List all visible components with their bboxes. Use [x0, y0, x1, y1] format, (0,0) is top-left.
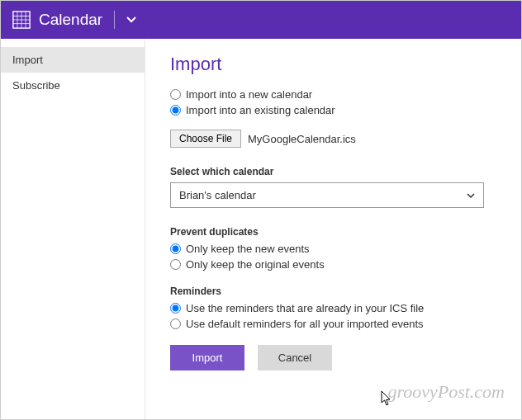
radio-label: Use the reminders that are already in yo… — [186, 302, 424, 314]
radio-reminders-ics[interactable]: Use the reminders that are already in yo… — [170, 302, 496, 314]
chevron-down-icon[interactable] — [126, 14, 136, 26]
radio-label: Only keep the original events — [186, 258, 325, 271]
cancel-button[interactable]: Cancel — [258, 345, 332, 370]
radio-import-existing[interactable]: Import into an existing calendar — [170, 104, 496, 116]
select-value: Brian's calendar — [179, 189, 256, 201]
sidebar-item-import[interactable]: Import — [1, 47, 145, 73]
radio-input[interactable] — [170, 89, 181, 100]
file-chooser-row: Choose File MyGoogleCalendar.ics — [170, 130, 496, 148]
radio-keep-new[interactable]: Only keep the new events — [170, 243, 496, 255]
sidebar: Import Subscribe — [1, 39, 145, 419]
radio-import-new[interactable]: Import into a new calendar — [170, 88, 496, 101]
radio-label: Use default reminders for all your impor… — [186, 318, 424, 330]
sidebar-item-label: Import — [12, 54, 43, 66]
radio-label: Only keep the new events — [186, 243, 310, 255]
cursor-icon — [381, 390, 392, 409]
app-title: Calendar — [39, 11, 102, 29]
radio-input[interactable] — [170, 259, 181, 270]
selected-file-name: MyGoogleCalendar.ics — [248, 133, 356, 145]
radio-label: Import into an existing calendar — [186, 104, 335, 116]
choose-file-button[interactable]: Choose File — [170, 130, 241, 148]
watermark-text: groovyPost.com — [387, 381, 505, 403]
app-header: Calendar — [1, 1, 521, 39]
sidebar-item-label: Subscribe — [12, 79, 60, 92]
import-mode-group: Import into a new calendar Import into a… — [170, 88, 496, 116]
reminders-section: Reminders Use the reminders that are alr… — [170, 286, 496, 330]
chevron-down-icon — [467, 191, 475, 200]
radio-input[interactable] — [170, 105, 181, 116]
content-area: Import Subscribe Import Import into a ne… — [1, 39, 521, 419]
header-divider — [114, 11, 115, 29]
sidebar-item-subscribe[interactable]: Subscribe — [1, 73, 145, 98]
duplicates-label: Prevent duplicates — [170, 226, 496, 238]
main-panel: Import Import into a new calendar Import… — [145, 39, 521, 419]
calendar-select-section: Select which calendar Brian's calendar — [170, 166, 496, 208]
radio-label: Import into a new calendar — [186, 88, 312, 101]
calendar-select[interactable]: Brian's calendar — [170, 182, 484, 208]
calendar-icon — [12, 11, 31, 29]
button-row: Import Cancel — [170, 345, 496, 370]
reminders-label: Reminders — [170, 286, 496, 297]
duplicates-section: Prevent duplicates Only keep the new eve… — [170, 226, 496, 271]
page-title: Import — [170, 54, 496, 75]
select-calendar-label: Select which calendar — [170, 166, 496, 177]
radio-input[interactable] — [170, 303, 181, 314]
radio-keep-original[interactable]: Only keep the original events — [170, 258, 496, 271]
radio-input[interactable] — [170, 319, 181, 329]
import-button[interactable]: Import — [170, 345, 244, 370]
radio-reminders-default[interactable]: Use default reminders for all your impor… — [170, 318, 496, 330]
radio-input[interactable] — [170, 243, 181, 254]
